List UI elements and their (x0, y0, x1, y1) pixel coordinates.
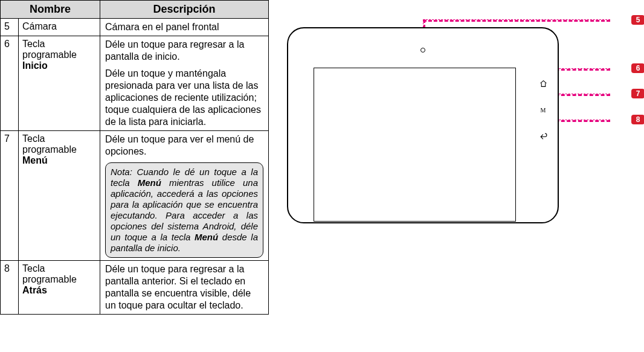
row-name: Tecla programable Inicio (19, 36, 100, 131)
desc-text: Déle un toque para regresar a la pantall… (105, 39, 263, 63)
table-row: 6 Tecla programable Inicio Déle un toque… (1, 36, 269, 131)
tablet-body: M (287, 27, 559, 223)
note-bold: Menú (138, 178, 161, 188)
leader-line (550, 94, 610, 96)
table-row: 8 Tecla programable Atrás Déle un toque … (1, 261, 269, 315)
row-num: 5 (1, 19, 19, 36)
callout-badge-7: 7 (631, 89, 644, 98)
row-num: 6 (1, 36, 19, 131)
row-desc: Cámara en el panel frontal (100, 19, 269, 36)
note-bold: Menú (195, 232, 218, 242)
softkey-column: M (539, 80, 547, 141)
tablet-screen (314, 68, 516, 222)
leader-line (423, 19, 610, 22)
name-text: Tecla programable (22, 263, 77, 284)
desc-text: Déle un toque para ver el menú de opcion… (105, 133, 263, 158)
menu-icon: M (539, 106, 547, 115)
row-desc: Déle un toque para ver el menú de opcion… (100, 131, 269, 261)
leader-line (550, 68, 610, 71)
table-row: 7 Tecla programable Menú Déle un toque p… (1, 131, 269, 261)
row-num: 7 (1, 131, 19, 261)
row-num: 8 (1, 261, 19, 315)
callout-badge-8: 8 (631, 115, 644, 124)
desc-text: Déle un toque para regresar a la pantall… (105, 263, 263, 312)
name-bold: Inicio (22, 60, 48, 71)
name-text: Cámara (22, 21, 57, 31)
row-name: Tecla programable Atrás (19, 261, 100, 315)
back-icon (539, 133, 547, 141)
camera-icon (420, 48, 425, 53)
row-desc: Déle un toque para regresar a la pantall… (100, 36, 269, 131)
row-name: Cámara (19, 19, 100, 36)
home-icon (539, 80, 547, 88)
name-bold: Menú (22, 155, 48, 165)
tablet-diagram-container: M 5 6 7 8 (269, 0, 644, 352)
row-desc: Déle un toque para regresar a la pantall… (100, 261, 269, 315)
desc-text: Cámara en el panel frontal (105, 21, 263, 33)
parts-table-container: Nombre Descripción 5 Cámara Cámara en el… (0, 0, 269, 352)
name-bold: Atrás (22, 285, 47, 295)
note-box: Nota: Cuando le dé un toque a la tecla M… (105, 162, 263, 258)
header-name: Nombre (1, 1, 100, 19)
parts-table: Nombre Descripción 5 Cámara Cámara en el… (0, 0, 269, 315)
desc-text: Déle un toque y manténgala presionada pa… (105, 68, 263, 128)
name-text: Tecla programable (22, 133, 77, 155)
leader-line (550, 120, 610, 122)
tablet-diagram: M 5 6 7 8 (287, 15, 631, 257)
name-text: Tecla programable (22, 39, 77, 60)
callout-badge-6: 6 (631, 63, 644, 73)
table-row: 5 Cámara Cámara en el panel frontal (1, 19, 269, 36)
callout-badge-5: 5 (631, 15, 644, 25)
row-name: Tecla programable Menú (19, 131, 100, 261)
header-desc: Descripción (100, 1, 269, 19)
